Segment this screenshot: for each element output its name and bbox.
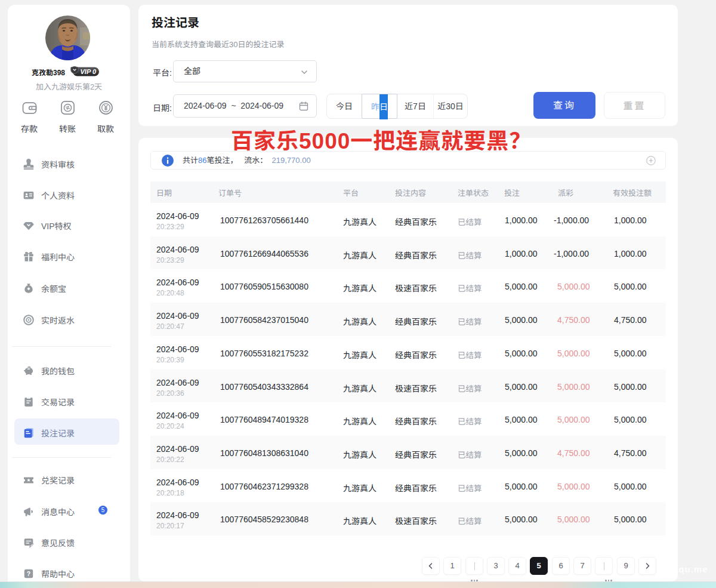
svg-text:?: ? xyxy=(27,570,30,577)
svg-text:VIP 0: VIP 0 xyxy=(81,68,97,75)
